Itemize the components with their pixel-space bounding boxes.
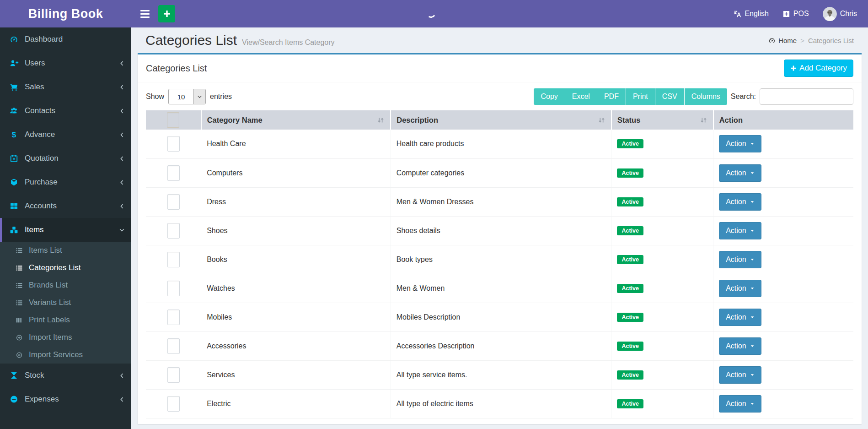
column-header-select[interactable] xyxy=(146,110,201,130)
caret-down-icon xyxy=(750,257,755,262)
sidebar-subitem-categories-list[interactable]: Categories List xyxy=(0,259,131,277)
description-cell: All type of electric items xyxy=(391,389,611,418)
sidebar-subitem-print-labels[interactable]: Print Labels xyxy=(0,311,131,329)
page-size-value: 10 xyxy=(169,89,193,104)
sidebar-subitem-brands-list[interactable]: Brands List xyxy=(0,277,131,294)
column-header-category-name[interactable]: Category Name xyxy=(201,110,391,130)
sidebar-subitem-label: Categories List xyxy=(29,263,80,272)
table-body: Health CareHealth care productsActiveAct… xyxy=(146,130,853,418)
export-copy-button[interactable]: Copy xyxy=(534,88,565,105)
sidebar-subitem-label: Variants List xyxy=(29,298,71,307)
main-content: Categories List View/Search Items Catego… xyxy=(131,27,868,429)
breadcrumb-home[interactable]: Home xyxy=(768,37,797,44)
sidebar-item-contacts[interactable]: Contacts xyxy=(0,99,131,123)
column-header-label: Status xyxy=(617,116,640,125)
page-size-select[interactable]: 10 xyxy=(168,89,206,104)
row-checkbox[interactable] xyxy=(167,310,180,325)
list-icon xyxy=(15,299,23,306)
sidebar-item-items[interactable]: Items xyxy=(0,218,131,242)
categories-table: Category NameDescriptionStatusAction Hea… xyxy=(146,110,853,418)
row-checkbox[interactable] xyxy=(167,281,180,296)
add-category-button[interactable]: Add Category xyxy=(784,60,853,77)
action-button-label: Action xyxy=(726,342,746,350)
chevron-left-icon xyxy=(119,373,125,379)
column-header-description[interactable]: Description xyxy=(391,110,611,130)
quick-add-button[interactable] xyxy=(158,5,175,22)
sidebar-menu: DashboardUsersSalesContacts$AdvanceQuota… xyxy=(0,27,131,411)
select-all-checkbox[interactable] xyxy=(167,112,179,128)
action-dropdown-button[interactable]: Action xyxy=(719,337,761,355)
row-checkbox[interactable] xyxy=(167,396,180,412)
table-row: ShoesShoes detailsActiveAction xyxy=(146,216,853,245)
table-row: WatchesMen & WomenActiveAction xyxy=(146,274,853,303)
export-pdf-button[interactable]: PDF xyxy=(597,88,626,105)
category-name-cell: Computers xyxy=(201,158,391,187)
row-checkbox[interactable] xyxy=(167,252,180,267)
action-dropdown-button[interactable]: Action xyxy=(719,366,761,384)
status-badge: Active xyxy=(617,226,643,235)
column-header-status[interactable]: Status xyxy=(611,110,713,130)
sidebar-subitem-variants-list[interactable]: Variants List xyxy=(0,294,131,311)
sidebar-item-accounts[interactable]: Accounts xyxy=(0,194,131,218)
sidebar-subitem-import-services[interactable]: Import Services xyxy=(0,346,131,364)
caret-down-icon xyxy=(750,402,755,406)
row-checkbox[interactable] xyxy=(167,165,180,181)
export-excel-button[interactable]: Excel xyxy=(565,88,597,105)
description-cell: Computer categories xyxy=(391,158,611,187)
sidebar-item-advance[interactable]: $Advance xyxy=(0,123,131,147)
action-button-label: Action xyxy=(726,227,746,235)
search-input[interactable] xyxy=(760,88,853,105)
pos-label: POS xyxy=(793,10,809,18)
action-cell: Action xyxy=(713,216,853,245)
sidebar-submenu-items: Items ListCategories ListBrands ListVari… xyxy=(0,242,131,364)
column-header-label: Action xyxy=(719,116,743,125)
panel-heading: Categories List Add Category xyxy=(138,54,862,82)
table-row: ComputersComputer categoriesActiveAction xyxy=(146,158,853,187)
sidebar-item-sales[interactable]: Sales xyxy=(0,75,131,99)
status-cell: Active xyxy=(611,187,713,216)
action-dropdown-button[interactable]: Action xyxy=(719,193,761,211)
row-checkbox[interactable] xyxy=(167,223,180,239)
sidebar-subitem-label: Brands List xyxy=(29,281,68,290)
action-dropdown-button[interactable]: Action xyxy=(719,135,761,152)
table-row: DressMen & Women DressesActiveAction xyxy=(146,187,853,216)
brand-logo[interactable]: Billing Book xyxy=(0,0,131,27)
caret-down-icon xyxy=(750,141,755,146)
user-menu[interactable]: Chris xyxy=(823,7,857,21)
column-header-label: Description xyxy=(396,116,438,125)
sidebar-item-expenses[interactable]: Expenses xyxy=(0,387,131,411)
row-checkbox[interactable] xyxy=(167,136,180,152)
pos-button[interactable]: POS xyxy=(782,10,809,18)
table-row: ElectricAll type of electric itemsActive… xyxy=(146,389,853,418)
row-checkbox[interactable] xyxy=(167,338,180,354)
sidebar-subitem-import-items[interactable]: Import Items xyxy=(0,329,131,346)
category-name-cell: Accessories xyxy=(201,331,391,360)
action-dropdown-button[interactable]: Action xyxy=(719,222,761,239)
sidebar-item-label: Items xyxy=(25,225,113,234)
dollar-icon: $ xyxy=(9,130,19,139)
sidebar-item-dashboard[interactable]: Dashboard xyxy=(0,27,131,51)
caret-down-icon xyxy=(750,286,755,291)
sidebar-item-purchase[interactable]: Purchase xyxy=(0,170,131,194)
sidebar-subitem-items-list[interactable]: Items List xyxy=(0,242,131,259)
description-cell: Health care products xyxy=(391,130,611,158)
sidebar-item-stock[interactable]: Stock xyxy=(0,364,131,387)
language-menu[interactable]: English xyxy=(734,10,768,18)
export-print-button[interactable]: Print xyxy=(626,88,655,105)
action-dropdown-button[interactable]: Action xyxy=(719,280,761,297)
sidebar-item-users[interactable]: Users xyxy=(0,51,131,75)
action-dropdown-button[interactable]: Action xyxy=(719,395,761,413)
description-cell: Men & Women Dresses xyxy=(391,187,611,216)
row-checkbox[interactable] xyxy=(167,194,180,210)
row-checkbox[interactable] xyxy=(167,367,180,383)
export-columns-button[interactable]: Columns xyxy=(685,88,727,105)
caret-down-icon xyxy=(750,315,755,320)
row-checkbox-cell xyxy=(146,187,201,216)
action-button-label: Action xyxy=(726,198,746,206)
action-dropdown-button[interactable]: Action xyxy=(719,164,761,182)
action-dropdown-button[interactable]: Action xyxy=(719,251,761,268)
sidebar-toggle-button[interactable] xyxy=(139,7,151,21)
export-csv-button[interactable]: CSV xyxy=(655,88,685,105)
sidebar-item-quotation[interactable]: Quotation xyxy=(0,147,131,170)
action-dropdown-button[interactable]: Action xyxy=(719,309,761,326)
